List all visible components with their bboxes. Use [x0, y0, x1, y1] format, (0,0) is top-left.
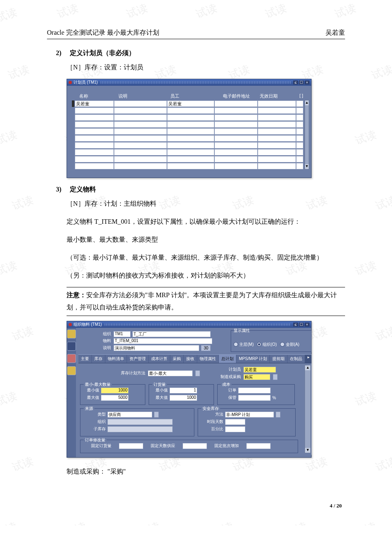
tab-phys[interactable]: 物理属性	[197, 355, 219, 363]
cell-name[interactable]	[75, 100, 114, 107]
scroll-down-icon[interactable]: ▼	[305, 448, 310, 453]
tab-rcv[interactable]: 接收	[184, 355, 197, 363]
cell-flag[interactable]	[296, 114, 303, 121]
org-code-field[interactable]: TM1	[114, 331, 131, 337]
cell-flag[interactable]	[296, 135, 303, 142]
cell-desc[interactable]	[114, 149, 167, 156]
cell-invalid[interactable]	[258, 156, 296, 162]
table-row[interactable]	[72, 135, 303, 142]
radio-org[interactable]: 组织(O)	[257, 339, 276, 349]
cell-invalid[interactable]	[258, 163, 296, 169]
scroll-down-icon[interactable]: ▼	[305, 164, 309, 169]
minimize-icon[interactable]: ≤	[293, 323, 298, 327]
max-qty-field[interactable]: 5000	[101, 395, 129, 401]
radio-all[interactable]: 全部(A)	[280, 339, 299, 349]
cell-flag[interactable]	[296, 149, 303, 156]
cell-desc[interactable]	[114, 114, 167, 121]
table-row[interactable]	[72, 121, 303, 128]
item-field[interactable]: T_ITEM_001	[114, 338, 212, 344]
minimize-icon[interactable]: ≤	[293, 80, 298, 85]
tab-scroll-icon[interactable]: ▸	[305, 355, 312, 363]
cell-desc[interactable]	[114, 135, 167, 142]
cell-invalid[interactable]	[258, 142, 296, 149]
table-row[interactable]	[72, 163, 303, 169]
planner-field[interactable]: 吴若童	[243, 367, 276, 373]
chevron-down-icon[interactable]	[195, 370, 200, 376]
maximize-icon[interactable]: ☐	[299, 80, 304, 85]
cell-name[interactable]	[75, 107, 114, 114]
cell-name[interactable]	[75, 163, 114, 169]
planner-titlebar[interactable]: 计划员 (TM1) ≤ ☐ ×	[67, 79, 311, 86]
cell-flag[interactable]	[296, 128, 303, 135]
sidebar-icon[interactable]	[67, 329, 76, 338]
cell-emp[interactable]	[167, 149, 214, 156]
cell-desc[interactable]	[114, 121, 167, 128]
cell-emp[interactable]	[167, 100, 214, 107]
table-row[interactable]	[72, 142, 303, 149]
cell-emp[interactable]	[167, 121, 214, 128]
cell-name[interactable]	[75, 135, 114, 142]
cell-invalid[interactable]	[258, 128, 296, 135]
makebuy-select[interactable]: 购买	[243, 374, 270, 380]
table-row[interactable]	[72, 107, 303, 114]
cell-emp[interactable]	[167, 142, 214, 149]
order-max-field[interactable]: 1000	[169, 395, 197, 401]
sidebar-icon[interactable]	[67, 354, 76, 363]
tab-lead[interactable]: 提前期	[270, 355, 287, 363]
cell-desc[interactable]	[114, 163, 167, 169]
cell-invalid[interactable]	[258, 100, 296, 107]
tab-main[interactable]: 主要	[78, 355, 92, 363]
tab-mrp[interactable]: MPS/MRP 计划	[236, 355, 270, 363]
cell-email[interactable]	[214, 163, 258, 169]
source-sub-field[interactable]	[107, 426, 173, 432]
cell-flag[interactable]	[296, 121, 303, 128]
tab-wip[interactable]: 在制品	[287, 355, 305, 363]
cell-emp[interactable]	[167, 163, 214, 169]
fixed-lot-field[interactable]	[246, 443, 271, 449]
close-icon[interactable]: ×	[305, 323, 310, 327]
scrollbar[interactable]: ▲ ▼	[305, 100, 309, 169]
table-row[interactable]	[72, 128, 303, 135]
cost-carry-field[interactable]	[238, 395, 271, 401]
cell-flag[interactable]	[296, 100, 303, 107]
safety-days-field[interactable]	[225, 419, 245, 425]
cell-email[interactable]	[214, 149, 258, 156]
chevron-down-icon[interactable]	[154, 412, 159, 418]
cell-name[interactable]	[75, 121, 114, 128]
cell-invalid[interactable]	[258, 149, 296, 156]
cell-flag[interactable]	[296, 142, 303, 149]
cell-email[interactable]	[214, 114, 258, 121]
item-titlebar[interactable]: 组织物料 (TM1) ≤ ☐ ×	[67, 321, 311, 328]
cell-flag[interactable]	[296, 107, 303, 114]
cell-name[interactable]	[75, 156, 114, 162]
source-org-field[interactable]	[107, 419, 173, 425]
min-qty-field[interactable]: 1000	[101, 387, 129, 394]
cell-invalid[interactable]	[258, 107, 296, 114]
cell-name[interactable]	[75, 114, 114, 121]
cell-name[interactable]	[75, 142, 114, 149]
cell-email[interactable]	[214, 156, 258, 162]
table-row[interactable]	[72, 149, 303, 156]
cell-name[interactable]	[75, 149, 114, 156]
cell-desc[interactable]	[114, 128, 167, 135]
cell-email[interactable]	[214, 121, 258, 128]
tab-inv[interactable]: 库存	[92, 355, 105, 363]
cell-email[interactable]	[214, 135, 258, 142]
scroll-up-icon[interactable]: ▲	[305, 365, 310, 370]
table-row[interactable]	[72, 156, 303, 162]
tab-cost[interactable]: 成本计算	[149, 355, 170, 363]
cell-desc[interactable]	[114, 107, 167, 114]
safety-pct-field[interactable]	[225, 426, 245, 432]
radio-master[interactable]: 主层(M)	[234, 339, 254, 349]
source-type-select[interactable]: 供应商	[107, 412, 152, 418]
cell-emp[interactable]	[167, 156, 214, 162]
cell-emp[interactable]	[167, 135, 214, 142]
table-row[interactable]	[72, 100, 303, 107]
tab-bom[interactable]: 物料清单	[105, 355, 127, 363]
tab-po[interactable]: 采购	[170, 355, 184, 363]
cell-flag[interactable]	[296, 156, 303, 162]
cell-emp[interactable]	[167, 107, 214, 114]
cell-name[interactable]	[75, 128, 114, 135]
plan-method-select[interactable]: 最小-最大	[148, 370, 193, 376]
tab-genplan[interactable]: 总计划	[219, 355, 236, 363]
